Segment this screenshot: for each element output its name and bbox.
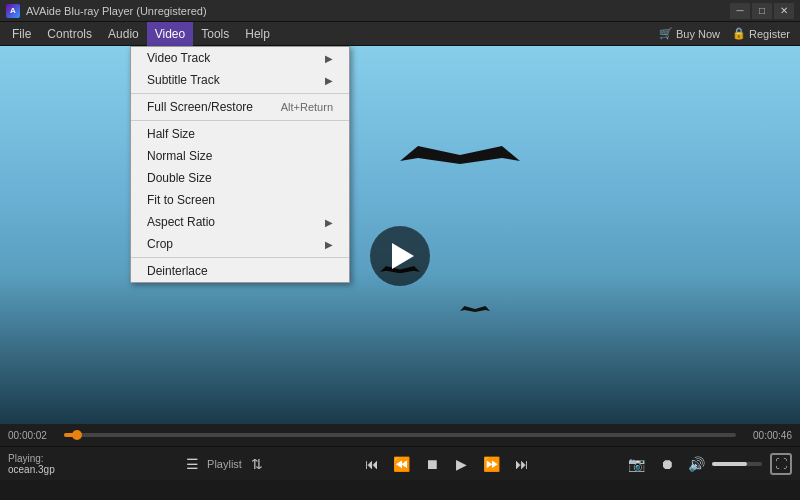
right-controls: 📷 ⏺ 🔊	[626, 453, 792, 475]
video-track-label: Video Track	[147, 51, 210, 65]
title-text: AVAide Blu-ray Player (Unregistered)	[26, 5, 207, 17]
fullscreen-label: Full Screen/Restore	[147, 100, 253, 114]
dropdown-item-video-track[interactable]: Video Track ▶	[131, 47, 349, 69]
playlist-area: ☰ Playlist ⇅	[181, 453, 268, 475]
menu-audio[interactable]: Audio	[100, 22, 147, 46]
dropdown-item-deinterlace[interactable]: Deinterlace	[131, 260, 349, 282]
time-current: 00:00:02	[8, 430, 56, 441]
dropdown-item-normal-size[interactable]: Normal Size	[131, 145, 349, 167]
divider	[131, 93, 349, 94]
normal-size-label: Normal Size	[147, 149, 212, 163]
playlist-label: Playlist	[207, 458, 242, 470]
play-button[interactable]: ▶	[451, 453, 473, 475]
playing-filename: ocean.3gp	[8, 464, 88, 475]
buy-now-label: Buy Now	[676, 28, 720, 40]
restore-button[interactable]: □	[752, 3, 772, 19]
fullscreen-shortcut: Alt+Return	[281, 101, 333, 113]
dropdown-item-half-size[interactable]: Half Size	[131, 123, 349, 145]
play-button-overlay[interactable]	[370, 226, 430, 286]
close-button[interactable]: ✕	[774, 3, 794, 19]
register-label: Register	[749, 28, 790, 40]
playlist-list-icon[interactable]: ☰	[181, 453, 203, 475]
menu-bar: File Controls Audio Video Tools Help 🛒 B…	[0, 22, 800, 46]
menu-items: File Controls Audio Video Tools Help	[4, 22, 278, 46]
playlist-sort-icon[interactable]: ⇅	[246, 453, 268, 475]
lock-icon: 🔒	[732, 27, 746, 40]
submenu-arrow: ▶	[325, 75, 333, 86]
cart-icon: 🛒	[659, 27, 673, 40]
record-button[interactable]: ⏺	[656, 453, 678, 475]
minimize-button[interactable]: ─	[730, 3, 750, 19]
double-size-label: Double Size	[147, 171, 212, 185]
playing-info: Playing: ocean.3gp	[8, 453, 88, 475]
fit-to-screen-label: Fit to Screen	[147, 193, 215, 207]
dropdown-item-crop[interactable]: Crop ▶	[131, 233, 349, 255]
fast-forward-button[interactable]: ⏩	[481, 453, 503, 475]
deinterlace-label: Deinterlace	[147, 264, 208, 278]
menu-tools[interactable]: Tools	[193, 22, 237, 46]
register-button[interactable]: 🔒 Register	[732, 27, 790, 40]
divider	[131, 120, 349, 121]
progress-thumb	[72, 430, 82, 440]
subtitle-track-label: Subtitle Track	[147, 73, 220, 87]
submenu-arrow: ▶	[325, 53, 333, 64]
screenshot-button[interactable]: 📷	[626, 453, 648, 475]
menu-right: 🛒 Buy Now 🔒 Register	[659, 27, 796, 40]
volume-fill	[712, 462, 747, 466]
submenu-arrow: ▶	[325, 239, 333, 250]
progress-track[interactable]	[64, 433, 736, 437]
skip-back-button[interactable]: ⏮	[361, 453, 383, 475]
dropdown-item-double-size[interactable]: Double Size	[131, 167, 349, 189]
small-bird-lower	[460, 306, 490, 316]
rewind-button[interactable]: ⏪	[391, 453, 413, 475]
title-bar: A AVAide Blu-ray Player (Unregistered) ─…	[0, 0, 800, 22]
dropdown-item-subtitle-track[interactable]: Subtitle Track ▶	[131, 69, 349, 91]
app-icon: A	[6, 4, 20, 18]
video-area[interactable]	[0, 46, 800, 424]
dropdown-item-fit-to-screen[interactable]: Fit to Screen	[131, 189, 349, 211]
controls-bar: Playing: ocean.3gp ☰ Playlist ⇅ ⏮ ⏪ ⏹ ▶ …	[0, 446, 800, 480]
aspect-ratio-label: Aspect Ratio	[147, 215, 215, 229]
menu-file[interactable]: File	[4, 22, 39, 46]
center-controls: ⏮ ⏪ ⏹ ▶ ⏩ ⏭	[361, 453, 533, 475]
large-bird	[400, 146, 520, 176]
title-controls: ─ □ ✕	[730, 3, 794, 19]
title-bar-left: A AVAide Blu-ray Player (Unregistered)	[6, 4, 207, 18]
crop-label: Crop	[147, 237, 173, 251]
progress-bar-area: 00:00:02 00:00:46	[0, 424, 800, 446]
dropdown-item-aspect-ratio[interactable]: Aspect Ratio ▶	[131, 211, 349, 233]
fullscreen-button[interactable]	[770, 453, 792, 475]
skip-forward-button[interactable]: ⏭	[511, 453, 533, 475]
playing-label: Playing:	[8, 453, 88, 464]
half-size-label: Half Size	[147, 127, 195, 141]
stop-button[interactable]: ⏹	[421, 453, 443, 475]
video-dropdown-menu: Video Track ▶ Subtitle Track ▶ Full Scre…	[130, 46, 350, 283]
time-total: 00:00:46	[744, 430, 792, 441]
buy-now-button[interactable]: 🛒 Buy Now	[659, 27, 720, 40]
submenu-arrow: ▶	[325, 217, 333, 228]
menu-video[interactable]: Video	[147, 22, 193, 46]
volume-area: 🔊	[686, 453, 762, 475]
menu-controls[interactable]: Controls	[39, 22, 100, 46]
dropdown-item-fullscreen[interactable]: Full Screen/Restore Alt+Return	[131, 96, 349, 118]
divider	[131, 257, 349, 258]
volume-track[interactable]	[712, 462, 762, 466]
menu-help[interactable]: Help	[237, 22, 278, 46]
volume-icon[interactable]: 🔊	[686, 453, 708, 475]
